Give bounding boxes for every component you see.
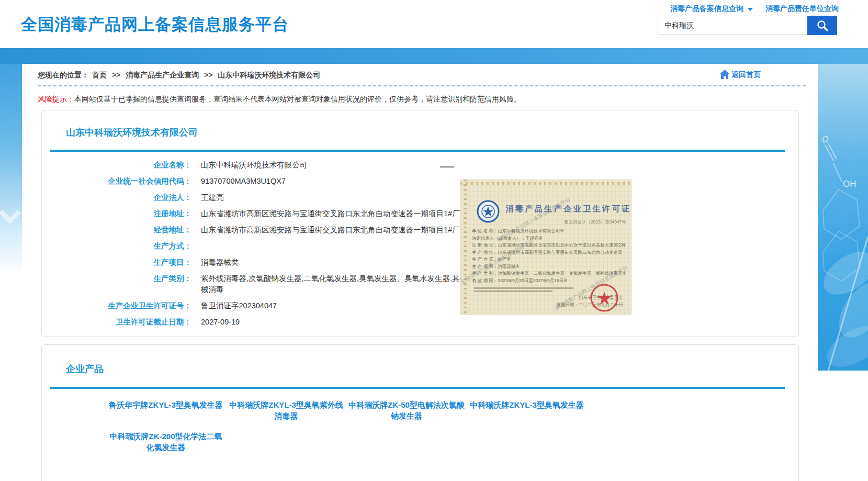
field-value: 紫外线消毒器,次氯酸钠发生器,二氧化氯发生器,臭氧发生器、臭氧水发生器,其他器械… xyxy=(201,273,481,295)
field-row: 经营地址： 山东省潍坊市高新区潍安路与宝通街交叉路口东北角自动变速器一期项目1#… xyxy=(42,225,534,236)
field-value xyxy=(201,241,481,252)
company-card-title: 山东中科瑞沃环境技术有限公司 xyxy=(66,126,198,139)
field-value: 消毒器械类 xyxy=(201,257,481,268)
molecule-flower-illustration: O OH xyxy=(818,64,868,371)
breadcrumb-separator: >> xyxy=(204,71,212,79)
cert-left-border xyxy=(464,180,467,315)
field-row: 生产方式： xyxy=(42,241,534,252)
field-row: 企业名称： 山东中科瑞沃环境技术有限公司 xyxy=(42,160,534,171)
back-home-label: 返回首页 xyxy=(731,70,761,80)
field-value: 2027-09-19 xyxy=(201,317,481,328)
field-label: 生产类别： xyxy=(42,273,191,295)
field-value: 山东省潍坊市高新区潍安路与宝通街交叉路口东北角自动变速器一期项目1#厂房 xyxy=(201,225,481,236)
field-row: 注册地址： 山东省潍坊市高新区潍安路与宝通街交叉路口东北角自动变速器一期项目1#… xyxy=(42,208,534,219)
field-label: 企业名称： xyxy=(42,160,191,171)
cert-body: 单 位 名 称：山东中科瑞沃环境技术有限公司※ 法定代表人（或负责人）：王建亮※… xyxy=(472,228,626,284)
card-divider xyxy=(50,387,785,389)
field-row: 生产类别： 紫外线消毒器,次氯酸钠发生器,二氧化氯发生器,臭氧发生器、臭氧水发生… xyxy=(42,273,534,295)
nav-record-info-query-link[interactable]: 消毒产品备案信息查询 xyxy=(670,4,743,14)
svg-text:O: O xyxy=(822,135,828,144)
field-label: 企业法人： xyxy=(42,192,191,203)
cert-title: 消毒产品生产企业卫生许可证 xyxy=(505,204,632,215)
search-input[interactable] xyxy=(658,16,807,35)
cert-fine-print xyxy=(474,287,573,289)
cert-line: 法定代表人（或负责人）：王建亮※ xyxy=(472,235,626,242)
field-label: 生产企业卫生许可证号： xyxy=(42,300,191,311)
nav-responsible-unit-query-link[interactable]: 消毒产品责任单位查询 xyxy=(765,4,839,14)
product-link[interactable]: 中科瑞沃牌ZK-200型化学法二氧化氯发生器 xyxy=(106,431,226,453)
risk-text: 本网站仅基于已掌握的信息提供查询服务，查询结果不代表本网站对被查询对象信用状况的… xyxy=(74,95,521,103)
products-card-title: 企业产品 xyxy=(66,363,104,375)
license-certificate-image[interactable]: 消毒产品生产企业卫生许可证 鲁卫消证字（2023）第04047号 单 位 名 称… xyxy=(460,180,632,315)
field-row: 企业统一社会信用代码： 91370700MA3M3U1QX7 xyxy=(42,176,534,187)
cert-top-dash xyxy=(440,166,454,167)
cert-fine-print xyxy=(474,290,553,292)
top-band xyxy=(0,48,868,64)
field-label: 经营地址： xyxy=(42,225,191,236)
products-card: 企业产品 鲁沃华宇牌ZKYL-3型臭氧发生器 中科瑞沃牌ZKYL-3型臭氧紫外线… xyxy=(41,344,799,481)
breadcrumb-prefix: 您现在的位置： xyxy=(38,71,89,79)
field-value: 山东省潍坊市高新区潍安路与宝通街交叉路口东北角自动变速器一期项目1#厂房 xyxy=(201,208,481,219)
field-value: 91370700MA3M3U1QX7 xyxy=(201,176,481,187)
field-value: 王建亮 xyxy=(201,192,481,203)
field-value: 山东中科瑞沃环境技术有限公司 xyxy=(201,160,481,171)
field-row: 生产企业卫生许可证号： 鲁卫消证字202304047 xyxy=(42,300,534,311)
field-row: 卫生许可证截止日期： 2027-09-19 xyxy=(42,317,534,328)
back-home-link[interactable]: 返回首页 xyxy=(719,69,761,80)
cert-line: 生 产 地 址：山东省潍坊市高新区潍安路与宝通街交叉路口东北角自动变速器一期项目… xyxy=(472,249,626,256)
field-label: 生产项目： xyxy=(42,257,191,268)
chevron-down-icon[interactable] xyxy=(748,8,753,11)
field-value: 鲁卫消证字202304047 xyxy=(201,300,481,311)
field-label: 卫生许可证截止日期： xyxy=(42,317,191,328)
card-divider xyxy=(50,150,785,152)
product-link[interactable]: 中科瑞沃牌ZKYL-3型臭氧紫外线消毒器 xyxy=(226,399,346,421)
breadcrumb-link-home[interactable]: 首页 xyxy=(92,71,107,79)
field-label: 企业统一社会信用代码： xyxy=(42,176,191,187)
risk-notice: 风险提示：本网站仅基于已掌握的信息提供查询服务，查询结果不代表本网站对被查询对象… xyxy=(38,95,521,104)
breadcrumb: 您现在的位置：首页 >> 消毒产品生产企业查询 >> 山东中科瑞沃环境技术有限公… xyxy=(38,71,323,80)
search-button[interactable] xyxy=(807,16,837,35)
breadcrumb-link-enterprise-query[interactable]: 消毒产品生产企业查询 xyxy=(126,71,199,79)
field-row: 企业法人： 王建亮 xyxy=(42,192,534,203)
cert-line: 单 位 名 称：山东中科瑞沃环境技术有限公司※ xyxy=(472,228,626,235)
company-card: 山东中科瑞沃环境技术有限公司 企业名称： 山东中科瑞沃环境技术有限公司 企业统一… xyxy=(41,110,799,337)
dashed-separator xyxy=(38,85,806,86)
product-link[interactable]: 中科瑞沃牌ZKYL-3型臭氧发生器 xyxy=(467,399,587,421)
top-navigation: 消毒产品备案信息查询 消毒产品责任单位查询 xyxy=(629,4,839,14)
search-area xyxy=(658,16,837,35)
right-background-illustration: O OH xyxy=(818,64,868,371)
risk-label: 风险提示： xyxy=(38,95,74,103)
breadcrumb-separator: >> xyxy=(112,71,120,79)
cert-top-border xyxy=(460,182,632,185)
page: O OH 全国消毒产品网上备案信息服务平台 消毒产品备案信息查询 消毒产品责任单… xyxy=(0,0,868,481)
cert-number: 鲁卫消证字（2023）第04047号 xyxy=(564,219,626,226)
header: 全国消毒产品网上备案信息服务平台 消毒产品备案信息查询 消毒产品责任单位查询 xyxy=(0,0,868,48)
home-icon xyxy=(719,69,730,80)
site-title: 全国消毒产品网上备案信息服务平台 xyxy=(21,14,289,36)
breadcrumb-current: 山东中科瑞沃环境技术有限公司 xyxy=(218,71,320,79)
chevron-decoration xyxy=(0,202,21,224)
field-label: 注册地址： xyxy=(42,208,191,219)
company-fields: 企业名称： 山东中科瑞沃环境技术有限公司 企业统一社会信用代码： 9137070… xyxy=(42,160,534,333)
field-label: 生产方式： xyxy=(42,241,191,252)
emblem-icon xyxy=(476,199,500,223)
product-link[interactable]: 中科瑞沃牌ZK-50型电解法次氯酸钠发生器 xyxy=(346,399,467,421)
left-background-gradient xyxy=(0,64,22,273)
products-grid: 鲁沃华宇牌ZKYL-3型臭氧发生器 中科瑞沃牌ZKYL-3型臭氧紫外线消毒器 中… xyxy=(106,399,587,453)
svg-text:OH: OH xyxy=(843,179,856,189)
cert-line: 注 册 地 址：山东省潍坊市高新区玉清东街以北中心次干道以西高新大厦902科研楼… xyxy=(472,242,626,249)
product-link[interactable]: 鲁沃华宇牌ZKYL-3型臭氧发生器 xyxy=(106,399,226,421)
field-row: 生产项目： 消毒器械类 xyxy=(42,257,534,268)
search-icon xyxy=(816,19,829,32)
